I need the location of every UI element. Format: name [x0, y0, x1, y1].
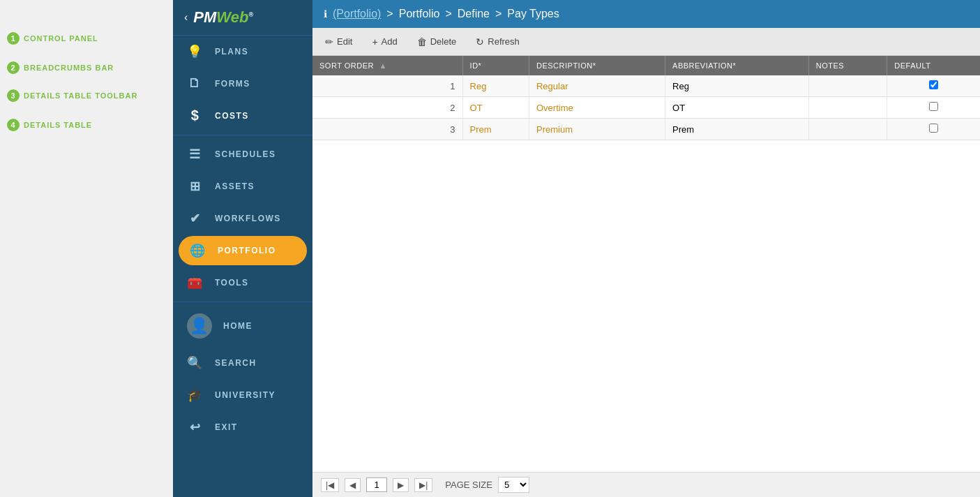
- col-id[interactable]: ID*: [462, 56, 529, 75]
- delete-button[interactable]: 🗑 Delete: [413, 34, 461, 50]
- col-default[interactable]: DEFAULT: [887, 56, 980, 75]
- breadcrumb-pay-types: Pay Types: [507, 8, 559, 20]
- refresh-icon: ↻: [476, 36, 484, 47]
- sidebar-logo[interactable]: ‹ PMWeb®: [173, 0, 312, 36]
- schedules-icon: ☰: [187, 147, 204, 162]
- university-icon: 🎓: [187, 387, 204, 403]
- cell-notes: [808, 97, 887, 119]
- breadcrumb-sep-2: >: [445, 8, 451, 20]
- cell-id: Reg: [462, 75, 529, 97]
- table-row[interactable]: 2OTOvertimeOT: [312, 97, 980, 119]
- current-page[interactable]: 1: [366, 477, 387, 492]
- col-sort-order[interactable]: SORT ORDER ▲: [312, 56, 462, 75]
- sidebar-item-label: TOOLS: [215, 278, 249, 288]
- info-icon[interactable]: ℹ: [324, 8, 327, 20]
- collapse-icon[interactable]: ‹: [184, 11, 188, 24]
- sidebar-item-assets[interactable]: ⊞ ASSETS: [173, 170, 312, 202]
- divider: [173, 135, 312, 135]
- breadcrumb-portfolio-link[interactable]: (Portfolio): [333, 8, 381, 20]
- cell-abbreviation: Prem: [665, 119, 809, 140]
- cell-sort-order: 2: [312, 97, 462, 119]
- tools-icon: 🧰: [187, 275, 204, 290]
- sidebar-item-costs[interactable]: $ COSTS: [173, 99, 312, 132]
- sidebar-item-plans[interactable]: 💡 PLANS: [173, 36, 312, 68]
- cell-description: Overtime: [529, 97, 665, 119]
- delete-icon: 🗑: [417, 36, 427, 47]
- cell-id: OT: [462, 97, 529, 119]
- next-page-button[interactable]: ▶: [393, 478, 409, 492]
- col-notes[interactable]: NOTES: [808, 56, 887, 75]
- col-description[interactable]: DESCRIPTION*: [529, 56, 665, 75]
- cell-abbreviation: Reg: [665, 75, 809, 97]
- sidebar-item-forms[interactable]: 🗋 FORMS: [173, 68, 312, 99]
- col-abbreviation[interactable]: ABBREVIATION*: [665, 56, 809, 75]
- add-button[interactable]: + Add: [368, 34, 401, 50]
- add-icon: +: [372, 36, 377, 47]
- edit-button[interactable]: ✏ Edit: [321, 34, 356, 50]
- portfolio-icon: 🌐: [190, 243, 206, 258]
- sidebar-item-label: PORTFOLIO: [218, 246, 276, 255]
- sidebar-item-label: SCHEDULES: [215, 149, 276, 159]
- sidebar-item-label: WORKFLOWS: [215, 214, 281, 223]
- cell-default[interactable]: [887, 75, 980, 97]
- logo-text: PMWeb®: [193, 8, 253, 27]
- sidebar-item-label: FORMS: [215, 79, 250, 89]
- breadcrumb-define: Define: [458, 8, 490, 20]
- cell-description: Regular: [529, 75, 665, 97]
- plans-icon: 💡: [187, 44, 204, 59]
- breadcrumb-sep-3: >: [495, 8, 502, 20]
- cell-default[interactable]: [887, 97, 980, 119]
- last-page-button[interactable]: ▶|: [414, 478, 432, 492]
- sidebar-item-label: EXIT: [215, 422, 238, 432]
- sidebar-item-exit[interactable]: ↩ EXIT: [173, 411, 312, 443]
- divider-2: [173, 302, 312, 302]
- sidebar-item-label: COSTS: [215, 111, 249, 121]
- default-checkbox[interactable]: [929, 80, 938, 89]
- sort-asc-icon: ▲: [379, 61, 387, 70]
- sidebar-item-home[interactable]: 👤 HOME: [173, 305, 312, 347]
- page-size-select[interactable]: 5 10 20 50: [498, 477, 529, 493]
- sidebar-item-schedules[interactable]: ☰ SCHEDULES: [173, 138, 312, 170]
- table-row[interactable]: 1RegRegularReg: [312, 75, 980, 97]
- prev-page-button[interactable]: ◀: [345, 478, 361, 492]
- default-checkbox[interactable]: [929, 102, 938, 111]
- cell-default[interactable]: [887, 119, 980, 140]
- first-page-button[interactable]: |◀: [321, 478, 339, 492]
- sidebar-item-portfolio[interactable]: 🌐 PORTFOLIO: [179, 236, 307, 265]
- annotation-1: 1 CONTROL PANEL: [7, 32, 98, 45]
- assets-icon: ⊞: [187, 179, 204, 194]
- sidebar-item-tools[interactable]: 🧰 TOOLS: [173, 267, 312, 299]
- annotation-4: 4 DETAILS TABLE: [7, 119, 92, 131]
- cell-description: Premium: [529, 119, 665, 140]
- avatar: 👤: [187, 313, 212, 339]
- page-size-label: PAGE SIZE: [445, 480, 492, 490]
- sidebar-item-label: HOME: [223, 321, 252, 331]
- annotation-3: 3 DETAILS TABLE TOOLBAR: [7, 89, 137, 102]
- main-content: ℹ (Portfolio) > Portfolio > Define > Pay…: [312, 0, 980, 497]
- pay-types-table: SORT ORDER ▲ ID* DESCRIPTION* ABBREVIATI…: [312, 56, 980, 140]
- cell-sort-order: 3: [312, 119, 462, 140]
- default-checkbox[interactable]: [929, 124, 938, 133]
- sidebar-item-university[interactable]: 🎓 UNIVERSITY: [173, 379, 312, 411]
- forms-icon: 🗋: [187, 76, 204, 91]
- sidebar-item-workflows[interactable]: ✔ WORKFLOWS: [173, 202, 312, 235]
- cell-abbreviation: OT: [665, 97, 809, 119]
- annotation-panel: 1 CONTROL PANEL 2 BREADCRUMBS BAR 3 DETA…: [0, 0, 173, 497]
- details-table: SORT ORDER ▲ ID* DESCRIPTION* ABBREVIATI…: [312, 56, 980, 472]
- cell-notes: [808, 119, 887, 140]
- workflows-icon: ✔: [187, 211, 204, 226]
- table-row[interactable]: 3PremPremiumPrem: [312, 119, 980, 140]
- sidebar-item-label: UNIVERSITY: [215, 390, 276, 400]
- sidebar-item-label: ASSETS: [215, 181, 255, 191]
- costs-icon: $: [187, 107, 204, 124]
- breadcrumb-portfolio: Portfolio: [399, 8, 440, 20]
- sidebar-navigation: 💡 PLANS 🗋 FORMS $ COSTS ☰ SCHEDULES ⊞ AS…: [173, 36, 312, 497]
- annotation-2: 2 BREADCRUMBS BAR: [7, 61, 114, 74]
- cell-sort-order: 1: [312, 75, 462, 97]
- sidebar-item-search[interactable]: 🔍 SEARCH: [173, 347, 312, 379]
- search-icon: 🔍: [187, 355, 204, 371]
- sidebar: ‹ PMWeb® 💡 PLANS 🗋 FORMS $ COSTS ☰ SCHED…: [173, 0, 312, 497]
- refresh-button[interactable]: ↻ Refresh: [472, 34, 524, 50]
- cell-id: Prem: [462, 119, 529, 140]
- breadcrumb-bar: ℹ (Portfolio) > Portfolio > Define > Pay…: [312, 0, 980, 28]
